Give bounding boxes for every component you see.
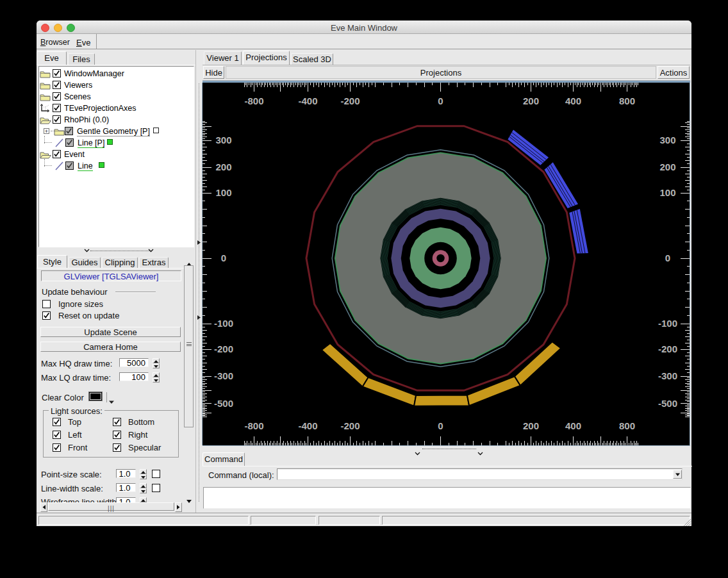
svg-text:200: 200 bbox=[523, 95, 539, 106]
svg-text:0: 0 bbox=[438, 420, 443, 431]
svg-text:0: 0 bbox=[438, 95, 443, 106]
svg-text:0: 0 bbox=[221, 252, 226, 263]
svg-text:400: 400 bbox=[565, 420, 581, 431]
svg-text:-500: -500 bbox=[658, 398, 677, 409]
svg-text:800: 800 bbox=[619, 420, 635, 431]
svg-text:-500: -500 bbox=[214, 398, 233, 409]
svg-text:-100: -100 bbox=[214, 318, 233, 329]
svg-text:-200: -200 bbox=[658, 343, 677, 354]
svg-text:-300: -300 bbox=[214, 370, 233, 381]
svg-text:-800: -800 bbox=[244, 95, 263, 106]
svg-text:300: 300 bbox=[659, 135, 675, 145]
svg-text:100: 100 bbox=[215, 187, 231, 198]
svg-text:200: 200 bbox=[215, 161, 231, 172]
svg-text:0: 0 bbox=[665, 252, 670, 263]
svg-text:200: 200 bbox=[659, 161, 675, 172]
svg-text:-200: -200 bbox=[340, 420, 360, 431]
svg-text:-400: -400 bbox=[298, 95, 317, 106]
svg-text:100: 100 bbox=[659, 187, 675, 198]
svg-text:-100: -100 bbox=[658, 318, 677, 329]
svg-text:300: 300 bbox=[215, 135, 231, 145]
svg-text:800: 800 bbox=[619, 95, 635, 106]
svg-text:-200: -200 bbox=[214, 343, 233, 354]
svg-text:-800: -800 bbox=[244, 420, 263, 431]
svg-text:200: 200 bbox=[523, 420, 539, 431]
svg-text:-200: -200 bbox=[340, 95, 360, 106]
svg-text:-300: -300 bbox=[658, 370, 677, 381]
svg-text:400: 400 bbox=[565, 95, 581, 106]
svg-text:-400: -400 bbox=[298, 420, 317, 431]
